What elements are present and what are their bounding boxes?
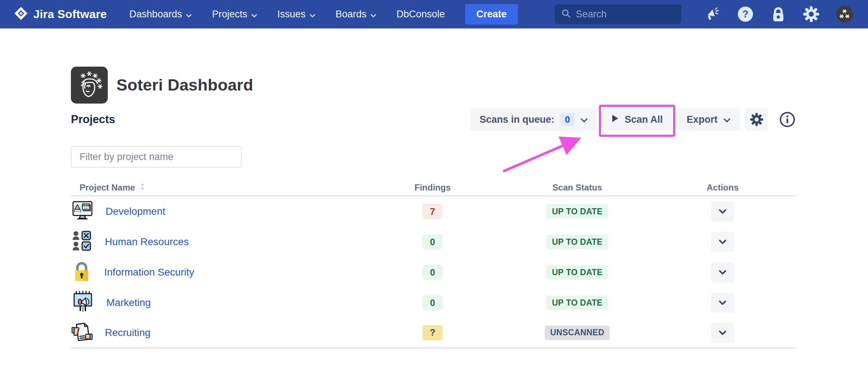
- play-icon: [612, 114, 619, 125]
- marketing-project-icon: [72, 291, 94, 315]
- create-button[interactable]: Create: [465, 4, 518, 25]
- chevron-down-icon: [723, 114, 731, 125]
- search-box[interactable]: [555, 4, 681, 24]
- queue-count-badge: 0: [560, 113, 575, 126]
- scan-status-badge: UP TO DATE: [546, 235, 608, 249]
- page-header: Soteri Dashboard: [71, 67, 253, 104]
- scan-status-badge: UP TO DATE: [546, 295, 608, 310]
- top-navigation-bar: Jira Software Dashboards Projects Issues…: [0, 0, 868, 28]
- scan-status-badge: UP TO DATE: [546, 265, 608, 280]
- development-project-icon: {..} <>: [72, 200, 93, 223]
- scans-in-queue-dropdown[interactable]: Scans in queue: 0: [470, 108, 597, 131]
- nav-item-projects[interactable]: Projects: [212, 8, 257, 20]
- chevron-down-icon: [186, 9, 192, 20]
- settings-icon[interactable]: [803, 6, 820, 22]
- jira-diamond-icon: [14, 6, 28, 22]
- page-title: Soteri Dashboard: [116, 76, 253, 95]
- soteri-logo: [71, 67, 108, 104]
- nav-right-cluster: ?: [555, 4, 853, 24]
- information-security-project-icon: [72, 260, 92, 284]
- row-actions-dropdown[interactable]: [711, 201, 734, 222]
- column-header-project-name[interactable]: Project Name: [71, 182, 360, 193]
- chevron-down-icon: [251, 9, 257, 20]
- svg-text:{..}: {..}: [73, 209, 81, 213]
- human-resources-project-icon: [72, 230, 93, 253]
- projects-heading: Projects: [71, 113, 115, 126]
- nav-item-dashboards[interactable]: Dashboards: [129, 8, 192, 20]
- findings-badge: 7: [422, 204, 443, 219]
- annotation-arrow: [496, 133, 590, 176]
- project-link[interactable]: Information Security: [104, 267, 194, 278]
- nav-item-dbconsole[interactable]: DbConsole: [396, 9, 445, 20]
- user-avatar[interactable]: [836, 6, 853, 22]
- chevron-down-icon: [370, 9, 376, 20]
- lock-icon[interactable]: [770, 6, 786, 22]
- project-filter-input[interactable]: [71, 146, 242, 168]
- findings-badge: ?: [422, 325, 443, 340]
- column-header-scan-status: Scan Status: [505, 182, 650, 193]
- nav-links: Dashboards Projects Issues Boards DbCons…: [129, 8, 445, 20]
- findings-badge: 0: [422, 295, 443, 310]
- table-header-row: Project Name Findings Scan Status Action…: [71, 180, 796, 196]
- row-actions-dropdown[interactable]: [711, 262, 734, 282]
- row-actions-dropdown[interactable]: [711, 323, 734, 343]
- column-header-actions: Actions: [650, 182, 796, 193]
- chevron-down-icon: [310, 9, 315, 20]
- project-link[interactable]: Human Resources: [105, 236, 189, 248]
- project-link[interactable]: Marketing: [106, 297, 151, 309]
- sort-icon: [140, 182, 145, 193]
- brand-title: Jira Software: [33, 8, 107, 21]
- search-input[interactable]: [576, 9, 675, 20]
- svg-text:<>: <>: [84, 206, 88, 210]
- project-link[interactable]: Development: [106, 206, 165, 217]
- search-icon: [561, 9, 571, 20]
- scan-all-button[interactable]: Scan All: [602, 108, 672, 131]
- help-icon[interactable]: ?: [737, 6, 754, 22]
- info-icon[interactable]: [779, 111, 796, 128]
- scan-status-badge: UP TO DATE: [546, 204, 608, 219]
- row-actions-dropdown[interactable]: [711, 293, 734, 313]
- nav-item-issues[interactable]: Issues: [277, 8, 315, 20]
- table-row: Recruiting ? UNSCANNED: [71, 318, 796, 348]
- gear-icon[interactable]: [745, 108, 768, 131]
- announcement-icon[interactable]: [705, 6, 720, 22]
- table-row: Marketing 0 UP TO DATE: [71, 288, 796, 318]
- projects-toolbar: Scans in queue: 0 Scan All Export: [470, 108, 796, 131]
- jira-brand-logo[interactable]: Jira Software: [14, 6, 107, 22]
- row-actions-dropdown[interactable]: [711, 232, 734, 252]
- findings-badge: 0: [422, 234, 443, 249]
- table-row: Human Resources 0 UP TO DATE: [71, 227, 796, 257]
- findings-badge: 0: [422, 265, 443, 280]
- projects-table: Project Name Findings Scan Status Action…: [71, 180, 796, 348]
- scan-status-badge: UNSCANNED: [545, 326, 610, 340]
- svg-text:?: ?: [742, 8, 748, 20]
- export-dropdown[interactable]: Export: [677, 108, 740, 131]
- chevron-down-icon: [580, 114, 588, 125]
- recruiting-project-icon: [72, 321, 93, 345]
- nav-item-boards[interactable]: Boards: [336, 8, 376, 20]
- column-header-findings: Findings: [360, 182, 505, 193]
- table-row: Information Security 0 UP TO DATE: [71, 257, 796, 288]
- project-link[interactable]: Recruiting: [105, 327, 150, 339]
- table-row: {..} <> Development 7 UP TO DATE: [71, 196, 796, 227]
